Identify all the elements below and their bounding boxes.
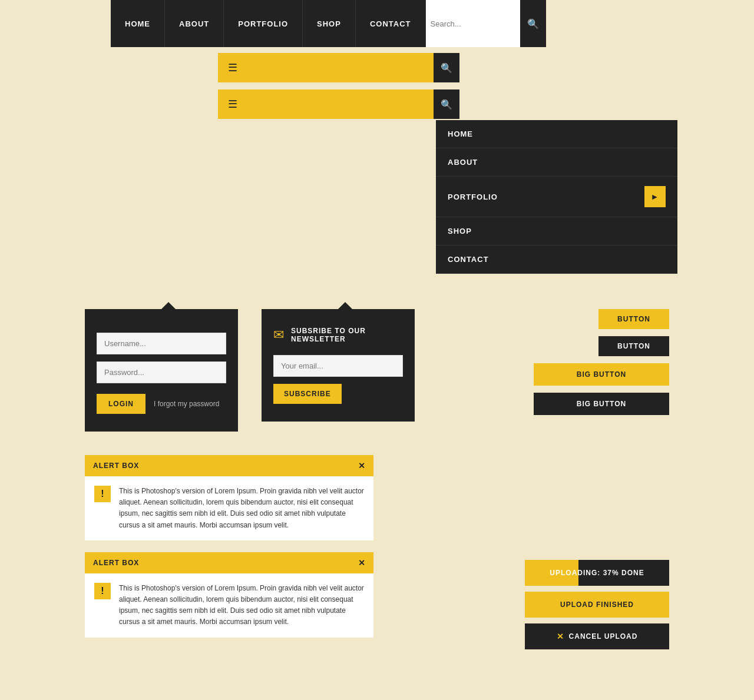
nav-item-portfolio[interactable]: PORTFOLIO — [224, 0, 303, 47]
newsletter-widget: ✉ SUBSRIBE TO OUR NEWSLETTER SUBSCRIBE — [262, 309, 415, 422]
bottom-section: ALERT BOX ✕ ! This is Photoshop's versio… — [0, 455, 754, 673]
alerts-col: ALERT BOX ✕ ! This is Photoshop's versio… — [85, 455, 373, 649]
email-field[interactable] — [273, 355, 403, 377]
upload-progress-button[interactable]: Uploading: 37% Done — [525, 560, 669, 586]
search-icon-mobile: 🔍 — [441, 62, 452, 74]
newsletter-header: ✉ SUBSRIBE TO OUR NEWSLETTER — [273, 327, 403, 343]
dropdown-item-shop[interactable]: SHOP — [436, 217, 677, 246]
hamburger-button-2[interactable]: ☰ — [218, 89, 247, 119]
nav-items: HOME ABOUT PORTFOLIO SHOP CONTACT 🔍 — [111, 0, 546, 47]
dropdown-item-home[interactable]: HOME — [436, 120, 677, 148]
envelope-icon: ✉ — [273, 327, 284, 343]
buttons-widget: BUTTON BUTTON BIG BUTTON BIG BUTTON — [534, 309, 669, 415]
alert-exclamation-1: ! — [94, 486, 111, 502]
alert-body-2: ! This is Photoshop's version of Lorem I… — [85, 573, 373, 638]
mobile-nav-container: ☰ 🔍 — [218, 53, 754, 82]
alert-text-2: This is Photoshop's version of Lorem Ips… — [119, 583, 364, 628]
forgot-password-link[interactable]: I forgot my password — [154, 400, 219, 408]
top-nav: HOME ABOUT PORTFOLIO SHOP CONTACT 🔍 — [0, 0, 754, 47]
upload-progress-text: Uploading: 37% Done — [550, 569, 644, 577]
mobile-search-button[interactable]: 🔍 — [434, 53, 459, 82]
nav-search-button[interactable]: 🔍 — [520, 0, 546, 47]
dropdown-item-portfolio[interactable]: PORTFOLIO ► — [436, 177, 677, 217]
alert-close-2[interactable]: ✕ — [358, 558, 365, 568]
mobile-nav-expanded: ☰ 🔍 HOME ABOUT PORTFOLIO ► SHOP CONTACT — [218, 89, 754, 274]
hamburger-button[interactable]: ☰ — [218, 53, 247, 82]
login-button[interactable]: LOGIN — [97, 394, 145, 414]
password-field[interactable] — [97, 361, 226, 383]
upload-cancel-button[interactable]: ✕ Cancel Upload — [525, 623, 669, 649]
mobile-bar-collapsed: ☰ 🔍 — [218, 53, 459, 82]
button-small-1[interactable]: BUTTON — [598, 309, 669, 329]
login-widget: LOGIN I forgot my password — [85, 309, 238, 432]
alert-close-1[interactable]: ✕ — [358, 461, 365, 470]
dropdown-label-contact: CONTACT — [448, 255, 489, 264]
hamburger-icon-2: ☰ — [228, 98, 237, 111]
nav-search-container — [426, 0, 520, 47]
mobile-search-button-2[interactable]: 🔍 — [434, 89, 459, 119]
main-content: LOGIN I forgot my password ✉ SUBSRIBE TO… — [0, 274, 754, 455]
dropdown-menu: HOME ABOUT PORTFOLIO ► SHOP CONTACT — [436, 120, 677, 274]
alert-box-2: ALERT BOX ✕ ! This is Photoshop's versio… — [85, 552, 373, 638]
button-small-2[interactable]: BUTTON — [598, 336, 669, 356]
upload-section: Uploading: 37% Done Upload Finished ✕ Ca… — [525, 560, 669, 649]
login-actions: LOGIN I forgot my password — [97, 394, 226, 414]
dropdown-label-about: ABOUT — [448, 158, 478, 167]
alert-header-1: ALERT BOX ✕ — [85, 455, 373, 476]
nav-item-shop[interactable]: SHOP — [303, 0, 356, 47]
alert-box-1: ALERT BOX ✕ ! This is Photoshop's versio… — [85, 455, 373, 540]
button-big-2[interactable]: BIG BUTTON — [534, 393, 669, 415]
search-icon: 🔍 — [527, 18, 539, 29]
nav-item-about[interactable]: ABOUT — [165, 0, 224, 47]
cancel-icon: ✕ — [557, 632, 564, 641]
alert-body-1: ! This is Photoshop's version of Lorem I… — [85, 476, 373, 540]
cancel-text: Cancel Upload — [569, 632, 638, 641]
alerts-spacer — [373, 455, 525, 649]
dropdown-label-home: HOME — [448, 130, 473, 138]
username-field[interactable] — [97, 333, 226, 354]
alert-exclamation-2: ! — [94, 583, 111, 599]
search-icon-mobile-2: 🔍 — [441, 99, 452, 110]
mobile-search-area — [247, 53, 434, 82]
nav-item-contact[interactable]: CONTACT — [356, 0, 426, 47]
alert-title-2: ALERT BOX — [93, 559, 139, 567]
dropdown-label-shop: SHOP — [448, 227, 472, 235]
alert-title-1: ALERT BOX — [93, 462, 139, 470]
mobile-bar-expanded: ☰ 🔍 — [218, 89, 459, 119]
subscribe-button[interactable]: SUBSCRIBE — [273, 384, 342, 404]
dropdown-item-contact[interactable]: CONTACT — [436, 246, 677, 274]
nav-item-home[interactable]: HOME — [111, 0, 165, 47]
newsletter-title: SUBSRIBE TO OUR NEWSLETTER — [291, 327, 403, 343]
alert-header-2: ALERT BOX ✕ — [85, 552, 373, 573]
upload-finished-button[interactable]: Upload Finished — [525, 592, 669, 618]
hamburger-icon: ☰ — [228, 61, 237, 74]
dropdown-arrow-portfolio[interactable]: ► — [644, 186, 666, 207]
search-input[interactable] — [431, 19, 515, 28]
mobile-search-area-2 — [247, 89, 434, 119]
dropdown-label-portfolio: PORTFOLIO — [448, 193, 498, 201]
button-big-1[interactable]: BIG BUTTON — [534, 363, 669, 386]
alert-text-1: This is Photoshop's version of Lorem Ips… — [119, 486, 364, 531]
dropdown-item-about[interactable]: ABOUT — [436, 148, 677, 177]
